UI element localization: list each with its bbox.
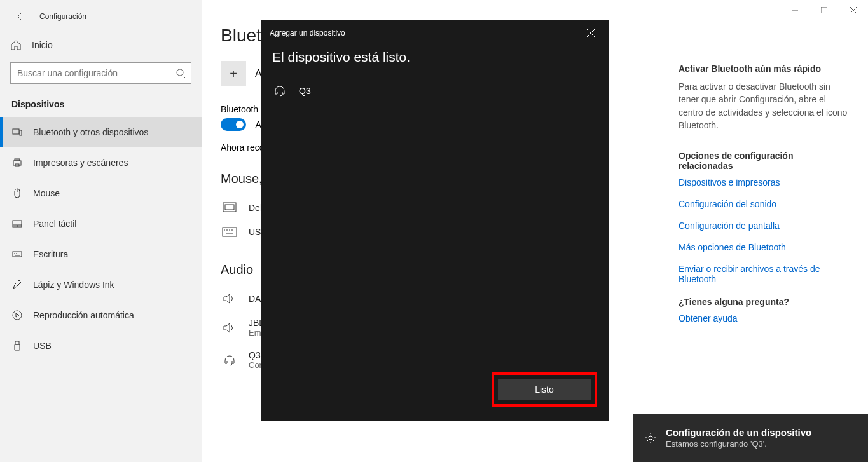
section-header: Dispositivos	[0, 94, 202, 117]
keyboard-icon	[221, 227, 238, 237]
toast-notification[interactable]: Configuración de un dispositivo Estamos …	[633, 414, 868, 462]
autoplay-icon	[11, 309, 23, 321]
sidebar-item-label: USB	[33, 341, 52, 351]
devices-icon	[11, 126, 23, 138]
toast-subtitle: Estamos configurando 'Q3'.	[666, 439, 811, 449]
titlebar: Configuración	[0, 0, 202, 33]
touchpad-icon	[11, 218, 23, 229]
sidebar-item-pen[interactable]: Lápiz y Windows Ink	[0, 269, 202, 300]
home-label: Inicio	[32, 40, 53, 50]
headset-icon	[272, 84, 287, 98]
dialog-device-name: Q3	[299, 86, 311, 96]
plus-icon: +	[221, 61, 246, 86]
device-name: DA	[249, 294, 261, 304]
close-button[interactable]	[839, 0, 868, 20]
home-button[interactable]: Inicio	[0, 33, 202, 57]
sidebar-item-typing[interactable]: Escritura	[0, 239, 202, 269]
sidebar-item-label: Panel táctil	[33, 219, 76, 229]
svg-rect-22	[223, 228, 237, 236]
mouse-icon	[11, 187, 23, 199]
sidebar: Configuración Inicio Dispositivos Blueto…	[0, 0, 202, 462]
touchpad-icon	[221, 201, 238, 214]
svg-rect-2	[13, 129, 19, 134]
sidebar-item-bluetooth[interactable]: Bluetooth y otros dispositivos	[0, 117, 202, 147]
dialog-titlebar: Agregar un dispositivo	[261, 20, 609, 46]
search-input[interactable]	[10, 62, 191, 84]
sidebar-item-label: Lápiz y Windows Ink	[33, 280, 114, 290]
speaker-icon	[221, 292, 238, 305]
svg-point-0	[177, 69, 183, 76]
related-heading: Opciones de configuración relacionadas	[679, 151, 849, 171]
usb-icon	[11, 340, 23, 351]
headset-icon	[221, 353, 238, 367]
done-button-highlight: Listo	[492, 372, 597, 407]
done-button[interactable]: Listo	[498, 379, 591, 400]
pen-icon	[11, 279, 23, 290]
dialog-heading: El dispositivo está listo.	[272, 50, 597, 65]
printer-icon	[11, 157, 23, 168]
toast-title: Configuración de un dispositivo	[666, 427, 811, 438]
link-help[interactable]: Obtener ayuda	[679, 313, 849, 323]
gear-icon	[644, 431, 657, 444]
link-devices-printers[interactable]: Dispositivos e impresoras	[679, 177, 849, 187]
svg-line-1	[183, 75, 185, 78]
sidebar-item-usb[interactable]: USB	[0, 330, 202, 361]
search-field[interactable]	[17, 68, 176, 78]
svg-rect-12	[13, 252, 22, 257]
right-panel: Activar Bluetooth aún más rápido Para ac…	[671, 0, 868, 462]
svg-point-17	[13, 311, 22, 320]
dialog-body: El dispositivo está listo. Q3	[261, 46, 609, 372]
link-send-files[interactable]: Enviar o recibir archivos a través de Bl…	[679, 264, 849, 284]
sidebar-item-touchpad[interactable]: Panel táctil	[0, 208, 202, 239]
sidebar-item-label: Bluetooth y otros dispositivos	[33, 127, 148, 137]
svg-rect-5	[15, 159, 20, 161]
link-sound[interactable]: Configuración del sonido	[679, 199, 849, 209]
add-device-dialog: Agregar un dispositivo El dispositivo es…	[261, 20, 609, 421]
question-heading: ¿Tienes alguna pregunta?	[679, 297, 849, 307]
speaker-icon	[221, 322, 238, 334]
sidebar-item-printers[interactable]: Impresoras y escáneres	[0, 147, 202, 178]
bluetooth-toggle[interactable]	[221, 118, 246, 131]
dialog-close-button[interactable]	[582, 27, 600, 39]
sidebar-item-autoplay[interactable]: Reproducción automática	[0, 300, 202, 330]
svg-rect-3	[20, 130, 22, 135]
dialog-device-row: Q3	[272, 84, 597, 98]
dialog-footer: Listo	[261, 372, 609, 421]
link-bt-options[interactable]: Más opciones de Bluetooth	[679, 242, 849, 252]
sidebar-item-label: Mouse	[33, 188, 60, 198]
app-title: Configuración	[39, 12, 86, 21]
back-button[interactable]	[9, 5, 32, 28]
maximize-button[interactable]	[809, 0, 839, 20]
sidebar-item-mouse[interactable]: Mouse	[0, 178, 202, 208]
svg-rect-4	[13, 161, 21, 165]
dialog-title: Agregar un dispositivo	[270, 29, 345, 37]
minimize-button[interactable]	[780, 0, 809, 20]
home-icon	[10, 39, 22, 51]
svg-rect-18	[15, 341, 19, 344]
svg-rect-29	[821, 7, 827, 13]
sidebar-item-label: Impresoras y escáneres	[33, 158, 128, 168]
link-display[interactable]: Configuración de pantalla	[679, 221, 849, 231]
sidebar-item-label: Escritura	[33, 249, 68, 259]
search-icon	[176, 68, 186, 78]
tip-heading: Activar Bluetooth aún más rápido	[679, 64, 849, 74]
svg-rect-19	[15, 344, 20, 350]
keyboard-icon	[11, 248, 23, 260]
window-controls	[780, 0, 868, 20]
sidebar-item-label: Reproducción automática	[33, 310, 134, 320]
svg-point-34	[649, 436, 652, 440]
svg-rect-21	[225, 205, 234, 210]
tip-text: Para activar o desactivar Bluetooth sin …	[679, 80, 849, 132]
